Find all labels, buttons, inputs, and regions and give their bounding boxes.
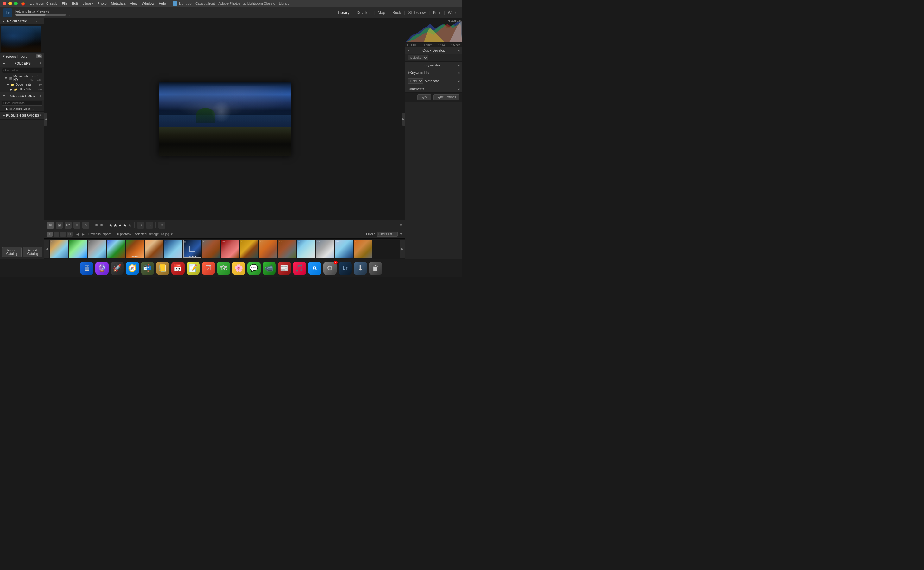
toolbar-options-button[interactable]: ▼	[399, 223, 403, 227]
menu-window[interactable]: Window	[142, 2, 154, 6]
filmstrip-thumb-4[interactable]: 4	[107, 240, 125, 258]
quick-develop-header[interactable]: ▼ Quick Develop ◀	[405, 47, 462, 54]
dock-lightroom-icon[interactable]: Lr	[338, 262, 352, 275]
filmstrip-scroll-left[interactable]: ◀	[44, 240, 49, 258]
folder-item-documents[interactable]: ▼ 📁 Documents 30	[0, 82, 44, 87]
macintosh-hd-item[interactable]: ▼ HD Macintosh HD 14.8 / 42.7 GB	[0, 74, 44, 82]
unflag-button[interactable]: ⚑	[100, 223, 103, 227]
filter-select[interactable]: Filters Off	[377, 232, 398, 237]
view-btn-1[interactable]: 1	[47, 231, 52, 237]
dock-calendar-icon[interactable]: 📅	[171, 262, 184, 275]
dock-maps-icon[interactable]: 🗺	[217, 262, 230, 275]
maximize-button[interactable]	[14, 2, 18, 5]
filmstrip-thumb-13[interactable]: 13	[278, 240, 297, 258]
star-1[interactable]: ★	[109, 223, 113, 228]
dock-facetime-icon[interactable]: 📹	[263, 262, 276, 275]
filmstrip-thumb-14[interactable]: 14	[297, 240, 315, 258]
filmstrip-thumb-2[interactable]: 2	[69, 240, 88, 258]
tab-book[interactable]: Book	[389, 9, 404, 16]
star-4[interactable]: ★	[123, 223, 127, 228]
dock-safari-icon[interactable]: 🧭	[126, 262, 139, 275]
zoom-1-1[interactable]: 1:1	[41, 20, 44, 23]
collections-header[interactable]: ▼ Collections +	[0, 92, 44, 100]
tab-web[interactable]: Web	[445, 9, 459, 16]
collapse-right-panel-button[interactable]: ▶	[402, 113, 405, 126]
sync-button[interactable]: Sync	[417, 94, 431, 100]
dock-reminders-icon[interactable]: ☑	[202, 262, 215, 275]
apple-menu[interactable]: 🍎	[21, 2, 25, 6]
folder-item-ultra387[interactable]: ▶ 📁 Ultra 387 240	[0, 87, 44, 92]
dock-siri-icon[interactable]: 🔮	[95, 262, 109, 275]
star-5[interactable]: ★	[128, 223, 132, 228]
filmstrip-thumb-7[interactable]: 7	[164, 240, 182, 258]
tab-library[interactable]: Library	[335, 9, 353, 16]
collections-add-button[interactable]: +	[39, 93, 42, 98]
dock-news-icon[interactable]: 📰	[278, 262, 291, 275]
menu-lightroom[interactable]: Lightroom Classic	[30, 2, 57, 6]
filmstrip-thumb-1[interactable]: 1	[50, 240, 68, 258]
close-button[interactable]	[3, 2, 6, 5]
metadata-preset-select[interactable]: Default	[407, 78, 423, 84]
rotate-right-button[interactable]: ↻	[146, 222, 153, 229]
progress-cancel-button[interactable]: x	[69, 13, 70, 17]
flag-button[interactable]: ⚑	[95, 223, 98, 227]
menu-metadata[interactable]: Metadata	[111, 2, 126, 6]
dock-mail-icon[interactable]: 📬	[141, 262, 154, 275]
comments-header[interactable]: Comments ◀	[405, 86, 462, 92]
export-catalog-button[interactable]: Export Catalog	[23, 247, 42, 257]
crop-button[interactable]: ⊡	[158, 222, 165, 229]
tab-print[interactable]: Print	[430, 9, 444, 16]
view-compare-button[interactable]: XY	[65, 222, 72, 229]
sync-settings-button[interactable]: Sync Settings	[433, 94, 460, 100]
filmstrip-thumb-12[interactable]: 12	[259, 240, 277, 258]
keyword-list-header[interactable]: + Keyword List ◀	[405, 69, 462, 77]
dock-sysprefs-icon[interactable]: ⚙ 1	[323, 262, 337, 275]
filmstrip-scroll-right[interactable]: ▶	[400, 240, 405, 258]
dock-music-icon[interactable]: 🎵	[293, 262, 306, 275]
view-btn-zoom[interactable]: ⊡	[67, 231, 72, 237]
smart-collections-item[interactable]: ▶ ⊞ Smart Collec...	[0, 107, 44, 111]
publish-services-header[interactable]: ▼ Publish Services +	[0, 112, 44, 119]
quick-develop-preset-select[interactable]: Defaults	[407, 55, 428, 60]
filmstrip-thumb-17[interactable]: 17	[354, 240, 372, 258]
star-rating[interactable]: ★ ★ ★ ★ ★	[109, 223, 132, 228]
folders-search-input[interactable]	[2, 68, 42, 73]
filmstrip-thumb-11[interactable]: 11	[240, 240, 258, 258]
prev-photo-button[interactable]: ◀	[75, 231, 80, 237]
dock-launchpad-icon[interactable]: 🚀	[111, 262, 124, 275]
tab-slideshow[interactable]: Slideshow	[405, 9, 429, 16]
zoom-fill[interactable]: FILL	[34, 20, 40, 23]
next-photo-button[interactable]: ▶	[81, 231, 86, 237]
menu-help[interactable]: Help	[158, 2, 166, 6]
dock-contacts-icon[interactable]: 📒	[156, 262, 169, 275]
import-catalog-button[interactable]: Import Catalog	[2, 247, 22, 257]
folders-add-button[interactable]: +	[39, 61, 42, 66]
menu-view[interactable]: View	[130, 2, 137, 6]
collapse-left-panel-button[interactable]: ◀	[44, 113, 48, 126]
navigator-header[interactable]: ▼ Navigator FIT FILL 1:1 3:1	[0, 18, 44, 25]
view-survey-button[interactable]: ⊟	[74, 222, 80, 229]
filmstrip-thumb-10[interactable]: 10	[221, 240, 239, 258]
dock-messages-icon[interactable]: 💬	[247, 262, 261, 275]
rotate-left-button[interactable]: ↺	[137, 222, 144, 229]
filmstrip-thumb-3[interactable]: 3	[88, 240, 106, 258]
keyword-list-add-button[interactable]: +	[407, 70, 410, 75]
collections-search-input[interactable]	[2, 101, 42, 106]
filmstrip-thumb-9[interactable]: 9	[202, 240, 220, 258]
publish-add-button[interactable]: +	[39, 113, 42, 118]
previous-import[interactable]: Previous Import 30	[0, 53, 44, 60]
view-btn-2[interactable]: 2	[54, 231, 59, 237]
dock-photos-icon[interactable]: 🌸	[232, 262, 245, 275]
dock-trash-icon[interactable]: 🗑	[369, 262, 382, 275]
filmstrip-thumb-6[interactable]: 6	[145, 240, 163, 258]
minimize-button[interactable]	[8, 2, 12, 5]
dock-finder-icon[interactable]: 🖥	[80, 262, 94, 275]
metadata-header[interactable]: Default Metadata ◀	[405, 77, 462, 85]
dock-appstore-icon[interactable]: A	[308, 262, 321, 275]
view-grid-button[interactable]: ⊞	[47, 222, 54, 229]
filename-dropdown[interactable]: ▼	[170, 233, 173, 236]
view-btn-grid[interactable]: ⊞	[60, 231, 66, 237]
filmstrip-thumb-5[interactable]: 5★★★★☆	[126, 240, 145, 258]
filmstrip-thumb-15[interactable]: 15	[316, 240, 334, 258]
keywording-header[interactable]: Keywording ◀	[405, 62, 462, 69]
